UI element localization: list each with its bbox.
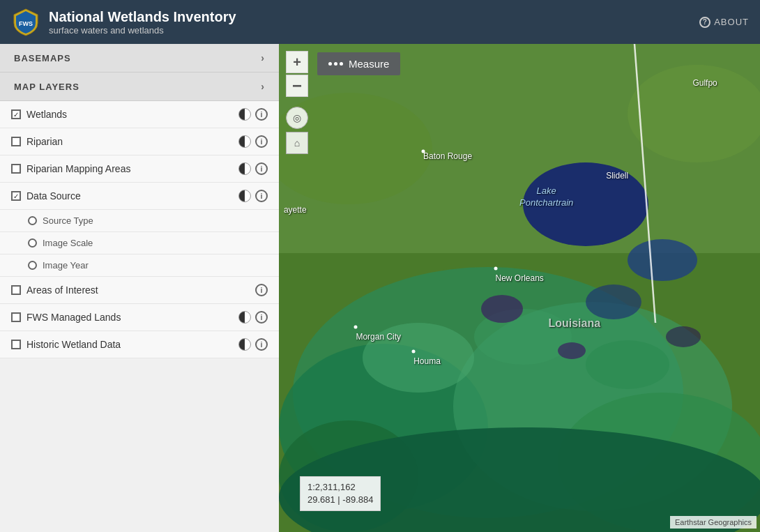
about-label: ABOUT (714, 17, 749, 27)
measure-icon (328, 62, 343, 66)
city-label-lafayette: ayette (284, 205, 307, 215)
data-source-checkbox[interactable] (11, 191, 21, 201)
coordinates-value: 29.681 | -89.884 (307, 494, 373, 506)
riparian-contrast-icon[interactable] (238, 135, 251, 148)
map-navigation-controls: ◎ ⌂ (286, 107, 308, 154)
historic-wetland-info-icon[interactable]: i (255, 338, 268, 351)
home-button[interactable]: ⌂ (286, 132, 308, 154)
sub-layer-source-type: Source Type (0, 210, 279, 232)
wetlands-contrast-icon[interactable] (238, 108, 251, 121)
map-attribution: Earthstar Geographics (670, 516, 757, 529)
fws-managed-checkbox[interactable] (11, 312, 21, 322)
city-dot-new-orleans (494, 267, 497, 271)
svg-point-14 (586, 340, 669, 389)
data-source-contrast-icon[interactable] (238, 190, 251, 202)
riparian-info-icon[interactable]: i (255, 135, 268, 148)
fws-managed-contrast-icon[interactable] (238, 311, 251, 324)
wetlands-checkbox[interactable] (11, 109, 21, 119)
riparian-checkbox[interactable] (11, 137, 21, 146)
map-layers-chevron: › (261, 81, 265, 92)
basemaps-nav[interactable]: BASEMAPS › (0, 44, 279, 73)
city-label-houma: Houma (413, 351, 441, 366)
sub-layer-image-scale: Image Scale (0, 232, 279, 254)
image-scale-radio[interactable] (28, 238, 37, 248)
map-layers-nav[interactable]: MAP LAYERS › (0, 73, 279, 101)
city-dot-houma (412, 350, 416, 354)
map-zoom-controls: + − (286, 51, 308, 97)
svg-point-15 (481, 295, 523, 323)
areas-of-interest-checkbox[interactable] (11, 285, 21, 295)
image-year-label: Image Year (43, 260, 89, 271)
zoom-out-button[interactable]: − (286, 75, 308, 97)
locate-button[interactable]: ◎ (286, 107, 308, 129)
historic-wetland-label: Historic Wetland Data (26, 339, 121, 350)
main-content: BASEMAPS › MAP LAYERS › Wetlands i (0, 44, 760, 532)
layer-item-historic-wetland: Historic Wetland Data i (0, 331, 279, 358)
fws-managed-info-icon[interactable]: i (255, 311, 268, 324)
layer-list: Wetlands i Riparian i (0, 101, 279, 532)
data-source-label: Data Source (26, 190, 81, 202)
city-label-baton-rouge: Baton Rouge (423, 151, 472, 161)
attribution-text: Earthstar Geographics (675, 518, 752, 526)
riparian-mapping-checkbox[interactable] (11, 164, 21, 174)
measure-button[interactable]: Measure (317, 52, 400, 75)
city-label-gulfport: Gulfpo (692, 78, 717, 88)
city-label-morgan-city: Morgan City (356, 327, 401, 342)
riparian-mapping-info-icon[interactable]: i (255, 162, 268, 175)
city-label-new-orleans: New Orleans (496, 268, 544, 283)
areas-of-interest-label: Areas of Interest (26, 284, 98, 296)
fws-managed-label: FWS Managed Lands (26, 312, 121, 323)
riparian-mapping-label: Riparian Mapping Areas (26, 163, 130, 174)
map-container[interactable]: + − ◎ ⌂ Measure Baton Rouge New Orleans (279, 44, 760, 532)
scale-value: 1:2,311,162 (307, 481, 373, 494)
city-dot-morgan-city (354, 326, 358, 329)
svg-point-10 (628, 239, 697, 281)
basemaps-chevron: › (261, 52, 265, 63)
wetlands-info-icon[interactable]: i (255, 108, 268, 121)
header-left: FWS National Wetlands Inventory surface … (11, 8, 236, 37)
fws-logo: FWS (11, 8, 40, 37)
source-type-radio[interactable] (28, 216, 37, 225)
city-dot-baton-rouge (422, 150, 425, 153)
svg-point-17 (558, 342, 586, 359)
data-source-info-icon[interactable]: i (255, 190, 268, 202)
areas-of-interest-info-icon[interactable]: i (255, 284, 268, 296)
zoom-in-button[interactable]: + (286, 51, 308, 73)
sidebar: BASEMAPS › MAP LAYERS › Wetlands i (0, 44, 279, 532)
question-icon: ? (699, 17, 710, 28)
app-title: National Wetlands Inventory (49, 8, 236, 25)
riparian-mapping-contrast-icon[interactable] (238, 162, 251, 175)
layer-item-fws-managed: FWS Managed Lands i (0, 304, 279, 331)
measure-label: Measure (349, 58, 389, 70)
historic-wetland-contrast-icon[interactable] (238, 338, 251, 351)
city-label-slidell: Slidell (606, 171, 628, 181)
layer-item-wetlands: Wetlands i (0, 101, 279, 128)
historic-wetland-checkbox[interactable] (11, 340, 21, 349)
water-label-lake-pontchartrain: LakePontchartrain (519, 185, 573, 209)
source-type-label: Source Type (43, 215, 93, 226)
layer-item-areas-of-interest: Areas of Interest i (0, 277, 279, 304)
layer-item-riparian-mapping: Riparian Mapping Areas i (0, 155, 279, 183)
map-svg (279, 44, 760, 532)
svg-point-16 (666, 326, 701, 347)
layer-item-riparian: Riparian i (0, 128, 279, 155)
app-header: FWS National Wetlands Inventory surface … (0, 0, 760, 44)
sub-layer-image-year: Image Year (0, 254, 279, 277)
map-layers-label: MAP LAYERS (14, 82, 79, 92)
wetlands-label: Wetlands (26, 109, 67, 120)
state-label-louisiana: Louisiana (548, 317, 600, 330)
header-text: National Wetlands Inventory surface wate… (49, 8, 236, 36)
image-year-radio[interactable] (28, 261, 37, 270)
basemaps-label: BASEMAPS (14, 53, 71, 63)
riparian-label: Riparian (26, 136, 63, 147)
layer-item-data-source: Data Source i (0, 183, 279, 210)
about-button[interactable]: ? ABOUT (699, 17, 749, 28)
svg-text:FWS: FWS (19, 20, 33, 27)
app-subtitle: surface waters and wetlands (49, 25, 236, 36)
image-scale-label: Image Scale (43, 238, 93, 248)
scale-info: 1:2,311,162 29.681 | -89.884 (300, 476, 381, 511)
svg-point-11 (586, 284, 641, 319)
